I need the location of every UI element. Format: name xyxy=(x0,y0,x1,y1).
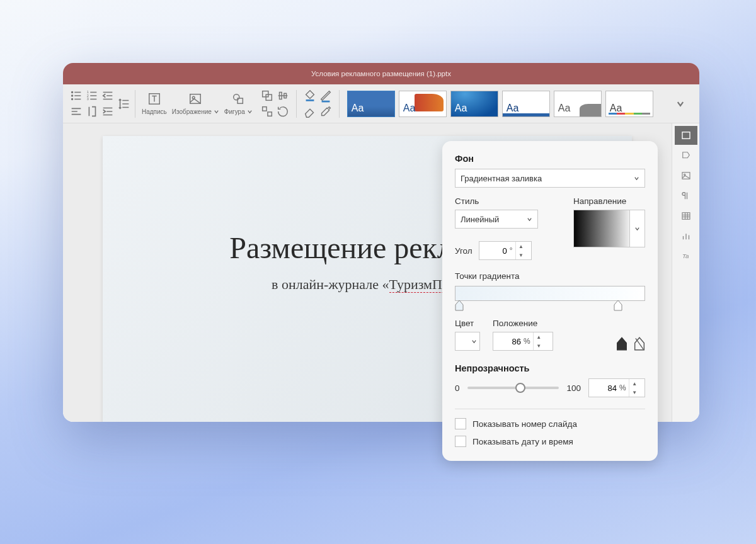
opacity-up-icon[interactable]: ▲ xyxy=(629,379,640,388)
position-up-icon[interactable]: ▲ xyxy=(534,332,544,341)
theme-option-4[interactable]: Aa xyxy=(502,91,550,117)
remove-stop-icon[interactable] xyxy=(634,337,645,351)
gradient-stops-bar[interactable] xyxy=(455,286,645,301)
insert-shape[interactable]: Фигура xyxy=(222,92,255,115)
style-label: Стиль xyxy=(455,196,561,206)
titlebar: Условия рекламного размещения (1).pptx xyxy=(63,63,699,84)
angle-down-icon[interactable]: ▼ xyxy=(516,251,527,259)
svg-text:3: 3 xyxy=(87,97,89,101)
image-settings-tab[interactable] xyxy=(675,166,697,185)
background-label: Фон xyxy=(455,154,645,164)
svg-point-0 xyxy=(72,92,73,93)
gradient-stops-label: Точки градиента xyxy=(455,271,645,281)
show-date-label: Показывать дату и время xyxy=(472,437,573,446)
right-rail: Ta xyxy=(672,123,699,422)
opacity-slider[interactable] xyxy=(467,387,559,389)
show-slide-number-checkbox[interactable] xyxy=(455,418,466,429)
svg-point-4 xyxy=(72,99,73,100)
indent-button[interactable] xyxy=(101,105,115,118)
angle-label: Угол xyxy=(455,246,472,256)
theme-option-5[interactable]: Aa xyxy=(554,91,602,117)
paragraph-settings-tab[interactable] xyxy=(675,186,697,205)
svg-line-53 xyxy=(636,338,643,349)
svg-rect-44 xyxy=(682,213,690,220)
line-color-button[interactable] xyxy=(319,89,333,103)
theme-option-6[interactable]: Aa xyxy=(605,91,653,117)
list-formatting-group: 123 xyxy=(67,89,117,118)
angle-spinner[interactable]: ° ▲▼ xyxy=(479,241,532,260)
svg-rect-41 xyxy=(682,132,690,139)
svg-point-2 xyxy=(72,95,73,96)
gradient-stop-2[interactable] xyxy=(614,300,622,311)
svg-point-43 xyxy=(684,174,685,175)
position-input[interactable] xyxy=(493,337,524,346)
bullet-list-button[interactable] xyxy=(69,89,83,103)
position-spinner[interactable]: % ▲▼ xyxy=(493,332,553,351)
arrange-button[interactable] xyxy=(260,89,274,103)
vertical-align-button[interactable] xyxy=(85,105,99,118)
show-date-row[interactable]: Показывать дату и время xyxy=(455,436,645,447)
theme-gallery: Aa Aa Aa Aa Aa Aa xyxy=(343,91,657,117)
insert-textbox[interactable]: Надпись xyxy=(139,92,169,115)
insert-textbox-label: Надпись xyxy=(142,108,167,115)
show-slide-number-label: Показывать номер слайда xyxy=(472,419,577,429)
svg-rect-38 xyxy=(268,112,272,116)
document-title: Условия рекламного размещения (1).pptx xyxy=(311,70,451,77)
outdent-button[interactable] xyxy=(101,89,115,103)
gradient-stop-1[interactable] xyxy=(455,300,464,311)
shape-settings-tab[interactable] xyxy=(675,146,697,165)
insert-image[interactable]: Изображение xyxy=(169,92,222,115)
angle-up-icon[interactable]: ▲ xyxy=(516,242,527,251)
stop-color-select[interactable] xyxy=(455,332,480,351)
position-down-icon[interactable]: ▼ xyxy=(534,341,544,350)
svg-rect-37 xyxy=(262,107,266,111)
opacity-down-icon[interactable]: ▼ xyxy=(629,388,640,397)
color-label: Цвет xyxy=(455,319,480,328)
insert-image-label: Изображение xyxy=(172,108,212,115)
angle-input[interactable] xyxy=(479,246,510,256)
show-date-checkbox[interactable] xyxy=(455,436,466,447)
svg-rect-32 xyxy=(262,91,268,97)
gradient-style-select[interactable]: Линейный xyxy=(455,210,538,229)
svg-point-30 xyxy=(234,94,239,100)
opacity-min: 0 xyxy=(455,383,460,393)
position-label: Положение xyxy=(493,319,553,328)
background-fill-select[interactable]: Градиентная заливка xyxy=(455,169,645,188)
numbered-list-button[interactable]: 123 xyxy=(85,89,99,103)
expand-toolbar-button[interactable] xyxy=(669,93,692,115)
theme-option-3[interactable]: Aa xyxy=(450,91,498,117)
textart-settings-tab[interactable]: Ta xyxy=(675,247,697,266)
opacity-slider-thumb[interactable] xyxy=(515,383,525,393)
rotate-button[interactable] xyxy=(276,105,290,118)
table-settings-tab[interactable] xyxy=(675,207,697,225)
opacity-input[interactable] xyxy=(589,383,619,393)
eraser-button[interactable] xyxy=(303,105,317,118)
svg-rect-33 xyxy=(266,94,272,100)
theme-option-1[interactable]: Aa xyxy=(347,91,395,117)
align-button[interactable] xyxy=(69,105,83,118)
direction-select[interactable] xyxy=(630,210,645,247)
slide-properties-panel: Фон Градиентная заливка Стиль Линейный У… xyxy=(442,141,658,461)
svg-text:Ta: Ta xyxy=(682,252,689,259)
slide-settings-tab[interactable] xyxy=(675,126,697,145)
fill-color-button[interactable] xyxy=(303,89,317,103)
opacity-max: 100 xyxy=(566,383,581,393)
add-stop-icon[interactable] xyxy=(616,337,627,351)
opacity-label: Непрозрачность xyxy=(455,363,645,373)
line-spacing-button[interactable] xyxy=(117,97,131,111)
slide-subtitle: в онлайн-журнале «ТуризмПро» xyxy=(272,276,463,293)
align-objects-button[interactable] xyxy=(276,89,290,103)
toolbar: 123 Надпись Изображение Фигура xyxy=(63,84,699,123)
opacity-spinner[interactable]: % ▲▼ xyxy=(588,378,645,397)
direction-label: Направление xyxy=(573,196,645,206)
theme-option-2[interactable]: Aa xyxy=(399,91,447,117)
eyedropper-button[interactable] xyxy=(319,105,333,118)
chart-settings-tab[interactable] xyxy=(675,227,697,246)
insert-shape-label: Фигура xyxy=(224,108,245,115)
group-button[interactable] xyxy=(260,105,274,118)
direction-preview xyxy=(573,210,630,247)
show-slide-number-row[interactable]: Показывать номер слайда xyxy=(455,418,645,429)
